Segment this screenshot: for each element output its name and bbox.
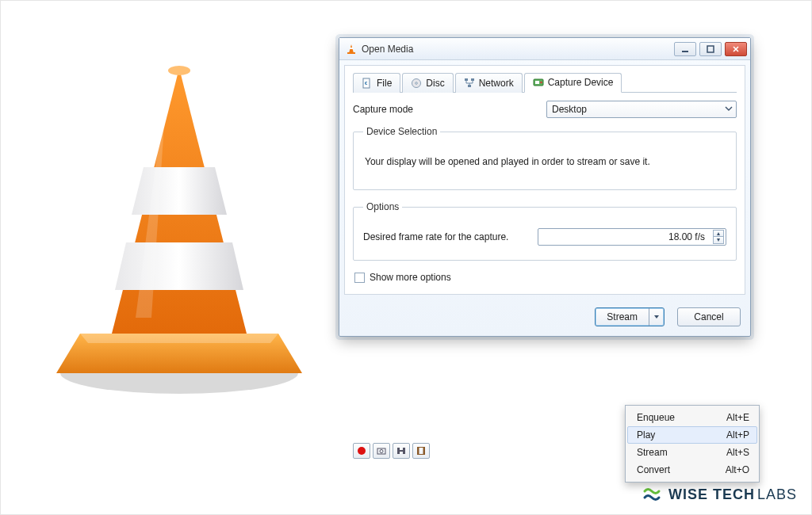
options-legend: Options [363, 201, 402, 212]
menu-item-stream[interactable]: Stream Alt+S [627, 444, 757, 461]
titlebar: Open Media [339, 38, 750, 60]
menu-item-enqueue[interactable]: Enqueue Alt+E [627, 409, 757, 426]
stream-split-button[interactable]: Stream [595, 307, 665, 326]
fps-value: 18.00 f/s [545, 231, 708, 242]
record-icon [358, 447, 366, 455]
menu-item-shortcut: Alt+E [726, 412, 749, 423]
menu-item-label: Play [637, 429, 726, 441]
close-button[interactable] [725, 42, 747, 56]
cancel-button-label: Cancel [694, 311, 723, 322]
tab-disc[interactable]: Disc [402, 73, 453, 93]
camera-icon [396, 446, 406, 456]
chevron-down-icon [725, 104, 733, 115]
svg-rect-10 [465, 78, 468, 81]
svg-point-17 [380, 450, 383, 453]
tab-file[interactable]: File [353, 73, 400, 93]
svg-rect-12 [468, 85, 471, 87]
network-icon [464, 78, 475, 89]
tab-network-label: Network [479, 78, 514, 89]
fps-spinbox[interactable]: 18.00 f/s [538, 228, 726, 246]
fps-label: Desired frame rate for the capture. [363, 231, 525, 242]
svg-rect-14 [535, 81, 539, 84]
open-media-dialog: Open Media File Disc Network Capture Dev [339, 37, 751, 337]
brand-logo: WISE TECHLABS [642, 484, 797, 505]
menu-item-shortcut: Alt+O [726, 464, 749, 475]
brand-strong: WISE TECH [668, 486, 755, 502]
fps-step-up[interactable] [713, 230, 724, 237]
mini-toolbar [353, 443, 430, 459]
tab-disc-label: Disc [426, 78, 444, 89]
tab-bar: File Disc Network Capture Device [353, 72, 737, 93]
brand-mark-icon [642, 484, 662, 505]
stream-button-label: Stream [596, 308, 649, 326]
svg-point-9 [416, 82, 418, 84]
fps-step-down[interactable] [713, 237, 724, 244]
window-title: Open Media [362, 44, 669, 55]
device-selection-group: Device Selection Your display will be op… [353, 126, 737, 190]
svg-rect-19 [403, 448, 405, 454]
options-group: Options Desired frame rate for the captu… [353, 201, 737, 261]
stream-dropdown-toggle[interactable] [649, 308, 664, 326]
file-icon [362, 78, 373, 89]
svg-rect-2 [347, 52, 355, 54]
svg-rect-5 [707, 46, 714, 52]
maximize-button[interactable] [699, 42, 722, 56]
svg-point-15 [540, 82, 542, 83]
svg-rect-23 [423, 448, 425, 455]
svg-point-1 [168, 66, 190, 75]
svg-rect-4 [682, 51, 688, 52]
menu-item-shortcut: Alt+S [726, 447, 749, 458]
svg-rect-11 [471, 78, 474, 81]
device-selection-description: Your display will be opened and played i… [365, 156, 725, 167]
menu-item-label: Enqueue [637, 412, 726, 423]
vlc-cone-icon [346, 44, 357, 55]
capture-mode-label: Capture mode [353, 104, 537, 115]
tab-capture-label: Capture Device [548, 77, 614, 88]
stream-dropdown-menu: Enqueue Alt+E Play Alt+P Stream Alt+S Co… [625, 405, 760, 483]
menu-item-convert[interactable]: Convert Alt+O [627, 461, 757, 479]
menu-item-label: Convert [637, 464, 726, 475]
show-more-checkbox[interactable] [354, 273, 365, 283]
cancel-button[interactable]: Cancel [677, 307, 741, 326]
minimize-button[interactable] [674, 42, 696, 56]
svg-rect-3 [350, 48, 353, 49]
tab-network[interactable]: Network [455, 73, 523, 93]
disc-icon [411, 78, 422, 89]
svg-rect-18 [397, 448, 400, 454]
vlc-cone-illustration [48, 56, 310, 405]
frame-step-button[interactable] [412, 443, 430, 459]
loop-section-button[interactable] [393, 443, 410, 459]
menu-item-shortcut: Alt+P [726, 429, 749, 441]
tab-file-label: File [377, 78, 392, 89]
show-more-label: Show more options [370, 272, 451, 283]
capture-mode-select[interactable]: Desktop [546, 101, 737, 118]
svg-rect-20 [400, 450, 403, 452]
tab-capture-device[interactable]: Capture Device [524, 73, 622, 93]
menu-item-play[interactable]: Play Alt+P [627, 426, 757, 444]
record-button[interactable] [353, 443, 370, 459]
device-selection-legend: Device Selection [363, 126, 440, 137]
svg-rect-22 [418, 448, 419, 455]
brand-light: LABS [757, 486, 797, 502]
frame-icon [416, 446, 426, 456]
snapshot-button[interactable] [373, 443, 390, 459]
capture-mode-value: Desktop [552, 104, 587, 115]
capture-device-icon [533, 77, 544, 88]
menu-item-label: Stream [637, 447, 726, 458]
snapshot-icon [377, 446, 386, 456]
